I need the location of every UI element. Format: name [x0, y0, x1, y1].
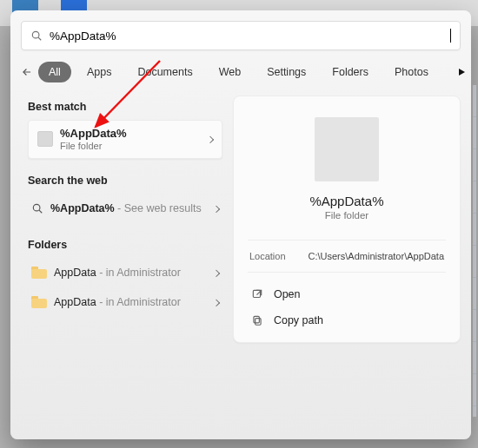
web-result-suffix: - See web results [115, 202, 202, 214]
location-value: C:\Users\Administrator\AppData [309, 251, 445, 261]
section-folders: Folders [28, 239, 222, 251]
text-caret [450, 29, 451, 43]
preview-thumbnail [315, 117, 379, 181]
action-open[interactable]: Open [248, 281, 446, 307]
start-search-panel: All Apps Documents Web Settings Folders … [10, 10, 471, 439]
web-result-item[interactable]: %AppData% - See web results [28, 194, 222, 223]
best-match-subtitle: File folder [60, 141, 127, 151]
search-bar[interactable] [21, 21, 461, 50]
action-copy-path[interactable]: Copy path [248, 307, 446, 333]
web-result-query: %AppData% [50, 202, 115, 214]
best-match-item[interactable]: %AppData% File folder [28, 120, 222, 159]
run-button[interactable] [449, 63, 471, 82]
play-icon [456, 67, 467, 77]
folder-result-item[interactable]: AppData - in Administrator [28, 258, 222, 287]
tab-web[interactable]: Web [209, 62, 251, 82]
preview-title: %AppData% [309, 194, 383, 208]
svg-line-1 [38, 37, 41, 40]
tab-photos[interactable]: Photos [384, 62, 439, 82]
background-window-edge [473, 85, 476, 417]
folder-name: AppData [54, 267, 96, 279]
chevron-right-icon [213, 300, 220, 306]
tab-folders[interactable]: Folders [322, 62, 379, 82]
copy-icon [251, 314, 263, 326]
svg-rect-11 [256, 319, 261, 326]
folder-suffix: - in Administrator [96, 267, 181, 279]
chevron-right-icon [207, 136, 214, 143]
section-search-web: Search the web [28, 175, 222, 187]
folder-icon [31, 296, 47, 308]
svg-rect-12 [254, 316, 259, 323]
location-label: Location [249, 251, 286, 261]
tab-apps[interactable]: Apps [76, 62, 123, 82]
svg-point-7 [33, 204, 40, 211]
action-copy-path-label: Copy path [274, 314, 323, 326]
preview-subtitle: File folder [325, 210, 369, 221]
open-icon [251, 288, 263, 300]
svg-point-0 [32, 31, 39, 38]
tab-settings[interactable]: Settings [256, 62, 316, 82]
preview-pane: %AppData% File folder Location C:\Users\… [233, 96, 461, 343]
search-input[interactable] [50, 30, 452, 43]
chevron-right-icon [213, 206, 220, 213]
action-open-label: Open [274, 288, 301, 300]
section-best-match: Best match [28, 101, 222, 113]
folder-name: AppData [54, 296, 96, 308]
search-icon [30, 30, 43, 42]
arrow-left-icon [21, 66, 33, 78]
svg-line-8 [39, 210, 42, 213]
folder-placeholder-icon [37, 131, 53, 147]
filter-tabs: All Apps Documents Web Settings Folders … [10, 57, 471, 92]
tab-all[interactable]: All [38, 62, 71, 82]
svg-marker-3 [459, 69, 465, 76]
folder-icon [31, 267, 47, 279]
preview-location-row: Location C:\Users\Administrator\AppData [248, 240, 446, 272]
back-button[interactable] [21, 61, 33, 83]
svg-rect-9 [253, 290, 260, 297]
chevron-right-icon [213, 270, 220, 277]
results-column: Best match %AppData% File folder Search … [28, 96, 222, 343]
folder-result-item[interactable]: AppData - in Administrator [28, 287, 222, 317]
tab-documents[interactable]: Documents [127, 62, 202, 82]
folder-suffix: - in Administrator [96, 296, 181, 308]
search-icon [31, 202, 43, 214]
best-match-title: %AppData% [60, 128, 127, 141]
